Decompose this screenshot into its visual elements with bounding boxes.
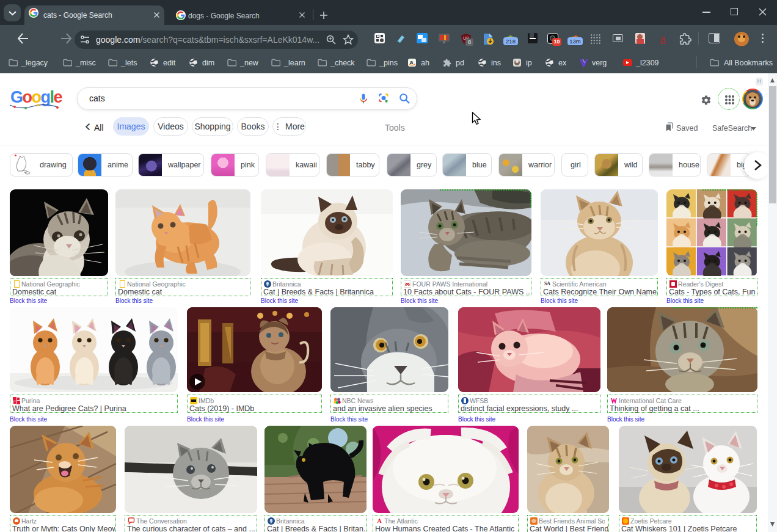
svg-text:SEO: SEO (660, 41, 666, 45)
